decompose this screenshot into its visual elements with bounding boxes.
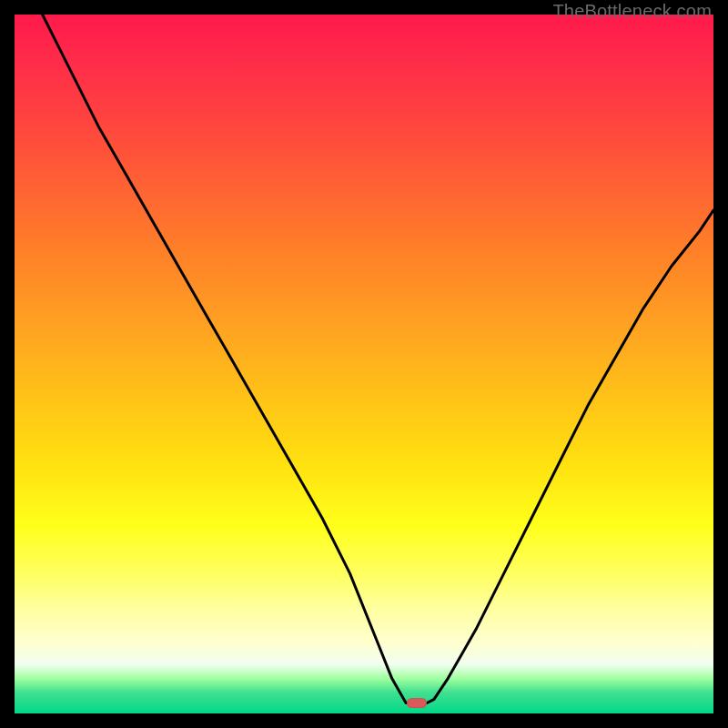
watermark-text: TheBottleneck.com	[552, 1, 712, 22]
bottleneck-curve	[15, 15, 713, 713]
plot-area	[15, 15, 713, 713]
chart-frame: TheBottleneck.com	[0, 0, 728, 728]
optimum-marker	[407, 698, 427, 708]
